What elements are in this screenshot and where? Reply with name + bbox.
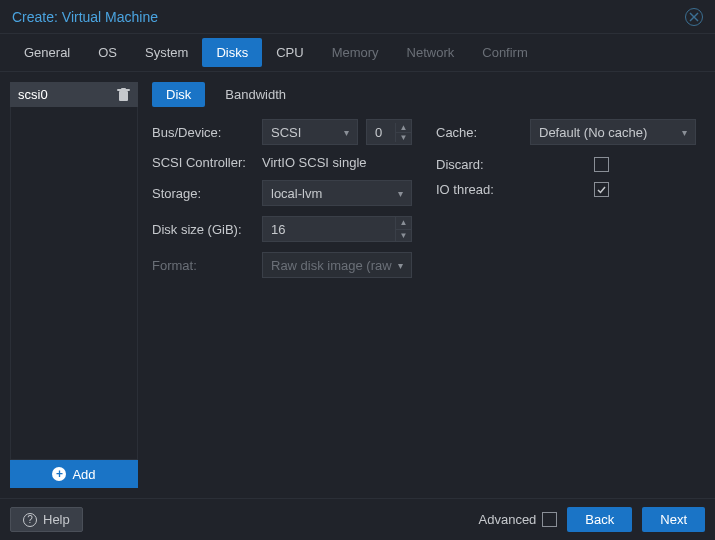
- spinner-down-icon[interactable]: ▼: [396, 230, 411, 242]
- tab-general[interactable]: General: [10, 38, 84, 67]
- spinner-up-icon[interactable]: ▲: [396, 123, 411, 133]
- storage-select-value: local-lvm: [271, 186, 322, 201]
- storage-select[interactable]: local-lvm ▾: [262, 180, 412, 206]
- add-button-label: Add: [72, 467, 95, 482]
- plus-icon: +: [52, 467, 66, 481]
- discard-label: Discard:: [436, 157, 586, 172]
- disk-list: [10, 107, 138, 460]
- discard-checkbox[interactable]: [594, 157, 609, 172]
- disk-size-input[interactable]: 16 ▲ ▼: [262, 216, 412, 242]
- disk-item-label: scsi0: [18, 87, 48, 102]
- titlebar: Create: Virtual Machine: [0, 0, 715, 34]
- spinner-up-icon[interactable]: ▲: [396, 217, 411, 230]
- help-button[interactable]: ? Help: [10, 507, 83, 532]
- footer: ? Help Advanced Back Next: [0, 498, 715, 540]
- svg-rect-2: [119, 91, 128, 101]
- wizard-tabs: General OS System Disks CPU Memory Netwo…: [0, 34, 715, 72]
- storage-label: Storage:: [152, 186, 254, 201]
- tab-confirm[interactable]: Confirm: [468, 38, 542, 67]
- device-index-value: 0: [367, 125, 395, 140]
- bus-select-value: SCSI: [271, 125, 301, 140]
- format-select-value: Raw disk image (raw: [271, 258, 392, 273]
- back-button[interactable]: Back: [567, 507, 632, 532]
- format-select: Raw disk image (raw ▾: [262, 252, 412, 278]
- close-icon[interactable]: [685, 8, 703, 26]
- disk-list-item[interactable]: scsi0: [10, 82, 138, 107]
- next-button[interactable]: Next: [642, 507, 705, 532]
- tab-disks[interactable]: Disks: [202, 38, 262, 67]
- scsi-controller-label: SCSI Controller:: [152, 155, 254, 170]
- tab-memory[interactable]: Memory: [318, 38, 393, 67]
- add-disk-button[interactable]: + Add: [10, 460, 138, 488]
- svg-rect-4: [121, 88, 126, 90]
- cache-select[interactable]: Default (No cache) ▾: [530, 119, 696, 145]
- format-label: Format:: [152, 258, 254, 273]
- window-title: Create: Virtual Machine: [12, 9, 158, 25]
- io-thread-label: IO thread:: [436, 182, 586, 197]
- cache-select-value: Default (No cache): [539, 125, 647, 140]
- advanced-label: Advanced: [479, 512, 537, 527]
- disk-size-label: Disk size (GiB):: [152, 222, 254, 237]
- tab-network[interactable]: Network: [393, 38, 469, 67]
- chevron-down-icon: ▾: [398, 260, 403, 271]
- chevron-down-icon: ▾: [344, 127, 349, 138]
- help-icon: ?: [23, 513, 37, 527]
- device-index-spinner[interactable]: 0 ▲ ▼: [366, 119, 412, 145]
- subtab-bandwidth[interactable]: Bandwidth: [211, 82, 300, 107]
- cache-label: Cache:: [436, 125, 522, 140]
- tab-system[interactable]: System: [131, 38, 202, 67]
- disk-sidebar: scsi0 + Add: [10, 82, 138, 488]
- subtab-disk[interactable]: Disk: [152, 82, 205, 107]
- help-button-label: Help: [43, 512, 70, 527]
- chevron-down-icon: ▾: [398, 188, 403, 199]
- disk-size-value: 16: [271, 222, 285, 237]
- chevron-down-icon: ▾: [682, 127, 687, 138]
- io-thread-checkbox[interactable]: [594, 182, 609, 197]
- scsi-controller-value: VirtIO SCSI single: [262, 155, 367, 170]
- advanced-checkbox[interactable]: [542, 512, 557, 527]
- bus-device-label: Bus/Device:: [152, 125, 254, 140]
- tab-os[interactable]: OS: [84, 38, 131, 67]
- disk-subtabs: Disk Bandwidth: [152, 82, 705, 107]
- spinner-down-icon[interactable]: ▼: [396, 133, 411, 142]
- bus-select[interactable]: SCSI ▾: [262, 119, 358, 145]
- tab-cpu[interactable]: CPU: [262, 38, 317, 67]
- trash-icon[interactable]: [117, 88, 130, 102]
